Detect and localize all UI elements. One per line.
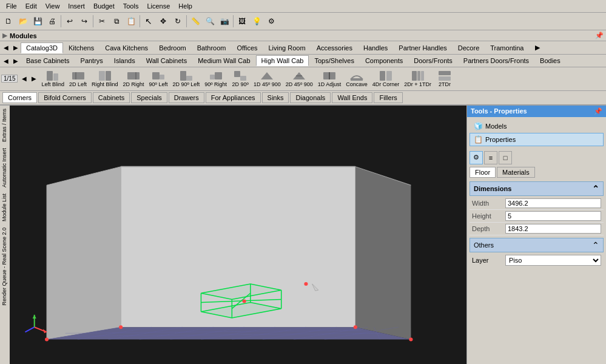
tab-nav-next[interactable]: ▶ — [11, 43, 21, 52]
side-module-list[interactable]: Module List — [0, 190, 10, 224]
sub-tab-bifold-corners[interactable]: Bifold Corners — [38, 92, 92, 103]
tab-kitchens[interactable]: Kitchens — [63, 42, 99, 53]
tab-medium-wall-cab[interactable]: Medium Wall Cab — [192, 55, 255, 66]
tab-doors-fronts[interactable]: Doors/Fronts — [408, 55, 458, 66]
viewport[interactable] — [10, 106, 466, 364]
tab-partner-handles[interactable]: Partner Handles — [393, 42, 453, 53]
depth-input[interactable] — [505, 224, 601, 234]
tab-more[interactable]: ▶ — [530, 42, 545, 53]
tab-components[interactable]: Components — [360, 55, 408, 66]
tab-tops-shelves[interactable]: Tops/Shelves — [309, 55, 359, 66]
props-pin[interactable]: 📌 — [594, 107, 602, 115]
icon-2d-45-900[interactable]: 2D 45º 900 — [283, 69, 315, 89]
menu-help[interactable]: Help — [175, 1, 196, 11]
icon-2d-right[interactable]: 2D Right — [121, 69, 147, 89]
tb-redo[interactable]: ↪ — [78, 15, 91, 28]
tb-save[interactable]: 💾 — [31, 15, 44, 28]
tab-islands[interactable]: Islands — [109, 55, 141, 66]
tb-zoom[interactable]: 🔍 — [203, 15, 217, 28]
sub-tab-drawers[interactable]: Drawers — [169, 92, 204, 103]
tab-catalog3d[interactable]: Catalog3D — [21, 42, 63, 53]
modules-pin[interactable]: 📌 — [595, 32, 604, 39]
icon-1d-adjust[interactable]: 1D Adjust — [315, 69, 344, 89]
tb-undo[interactable]: ↩ — [63, 15, 76, 28]
tab-partners-doors-fronts[interactable]: Partners Doors/Fronts — [458, 55, 534, 66]
menu-tools[interactable]: Tools — [120, 1, 143, 11]
side-render-queue[interactable]: Render Queue - Real Scene 2.0 — [0, 224, 10, 309]
sub-tab-for-appliances[interactable]: For Appliances — [206, 92, 261, 103]
tab-high-wall-cab[interactable]: High Wall Cab — [256, 55, 309, 66]
tab2-nav-prev[interactable]: ◀ — [1, 56, 11, 66]
sub-tab-diagonals[interactable]: Diagonals — [290, 92, 331, 103]
icon-1d-45-900[interactable]: 1D 45º 900 — [251, 69, 283, 89]
tb-copy[interactable]: ⧉ — [110, 15, 123, 28]
icon-2d-left[interactable]: 2D Left — [67, 69, 89, 89]
icon-nav-prev[interactable]: ◀ — [19, 74, 29, 83]
tb-paste[interactable]: 📋 — [124, 15, 138, 28]
tb-measure[interactable]: 📏 — [189, 15, 202, 28]
icon-2d-90-left[interactable]: 2D 90º Left — [170, 69, 202, 89]
tb-print[interactable]: 🖨 — [45, 15, 59, 28]
icon-2dr-1tdr[interactable]: 2Dr + 1TDr — [402, 69, 434, 89]
tab-handles[interactable]: Handles — [358, 42, 393, 53]
sub-tab-wall-ends[interactable]: Wall Ends — [332, 92, 372, 103]
icon-90-right[interactable]: 90º Right — [202, 69, 229, 89]
height-input[interactable] — [505, 211, 601, 221]
tb-rotate[interactable]: ↻ — [171, 15, 184, 28]
properties-btn[interactable]: 📋 Properties — [470, 133, 604, 146]
menu-license[interactable]: License — [143, 1, 173, 11]
tb-light[interactable]: 💡 — [250, 15, 263, 28]
menu-budget[interactable]: Budget — [90, 1, 118, 11]
menu-insert[interactable]: Insert — [64, 1, 89, 11]
tab-pantrys[interactable]: Pantrys — [75, 55, 109, 66]
others-header[interactable]: Others ⌃ — [470, 238, 604, 252]
tb-open[interactable]: 📂 — [16, 15, 30, 28]
menu-edit[interactable]: Edit — [22, 1, 41, 11]
sub-tab-fillers[interactable]: Fillers — [374, 92, 402, 103]
props-tool-advanced[interactable]: ⚙ — [470, 151, 483, 164]
side-extras-items[interactable]: Extras / Items — [0, 106, 10, 145]
tb-cursor[interactable]: ↖ — [142, 15, 155, 28]
tb-move[interactable]: ✥ — [157, 15, 170, 28]
tb-new[interactable]: 🗋 — [2, 15, 15, 28]
width-input[interactable] — [505, 198, 601, 208]
tab-base-cabinets[interactable]: Base Cabinets — [21, 55, 75, 66]
icon-2tdr[interactable]: 2TDr — [434, 69, 456, 89]
tb-settings[interactable]: ⚙ — [264, 15, 278, 28]
icon-90-left[interactable]: 90º Left — [147, 69, 170, 89]
tab-decore[interactable]: Decore — [453, 42, 485, 53]
tab-accessories[interactable]: Accessories — [311, 42, 358, 53]
icon-4dr-corner[interactable]: 4Dr Corner — [370, 69, 402, 89]
floor-tab[interactable]: Floor — [470, 167, 496, 178]
layer-select[interactable]: Piso Default Layer1 — [505, 255, 601, 266]
icon-concave[interactable]: Concave — [343, 69, 370, 89]
icon-2d-90[interactable]: 2D 90º — [229, 69, 251, 89]
side-automatic-insert[interactable]: Automatic Insert — [0, 145, 10, 190]
tab-nav-prev[interactable]: ◀ — [1, 43, 11, 52]
tb-camera[interactable]: 📷 — [218, 15, 231, 28]
icon-left-blind[interactable]: Left Blind — [39, 69, 67, 89]
tb-render[interactable]: 🖼 — [235, 15, 249, 28]
tab-bodies[interactable]: Bodies — [534, 55, 566, 66]
tab-offices[interactable]: Offices — [231, 42, 263, 53]
icon-nav-next[interactable]: ▶ — [29, 74, 39, 83]
tab-bedroom[interactable]: Bedroom — [153, 42, 192, 53]
tab-wall-cabinets[interactable]: Wall Cabinets — [141, 55, 192, 66]
props-tool-grid[interactable]: □ — [499, 151, 512, 164]
tab2-nav-next[interactable]: ▶ — [11, 56, 21, 66]
tab-bathroom[interactable]: Bathroom — [192, 42, 232, 53]
materials-prop-tab[interactable]: Materials — [497, 167, 535, 178]
tb-cut[interactable]: ✂ — [95, 15, 109, 28]
sub-tab-corners[interactable]: Corners — [2, 92, 37, 103]
models-btn[interactable]: 🧊 Models — [470, 120, 604, 133]
tab-living-room[interactable]: Living Room — [263, 42, 311, 53]
sub-tab-specials[interactable]: Specials — [131, 92, 167, 103]
props-tool-list[interactable]: ≡ — [484, 151, 497, 164]
tab-tramontina[interactable]: Tramontina — [485, 42, 529, 53]
menu-view[interactable]: View — [42, 1, 64, 11]
menu-file[interactable]: File — [2, 1, 21, 11]
sub-tab-cabinets[interactable]: Cabinets — [93, 92, 130, 103]
dimensions-header[interactable]: Dimensions ⌃ — [470, 181, 604, 196]
sub-tab-sinks[interactable]: Sinks — [262, 92, 289, 103]
icon-right-blind[interactable]: Right Blind — [89, 69, 121, 89]
